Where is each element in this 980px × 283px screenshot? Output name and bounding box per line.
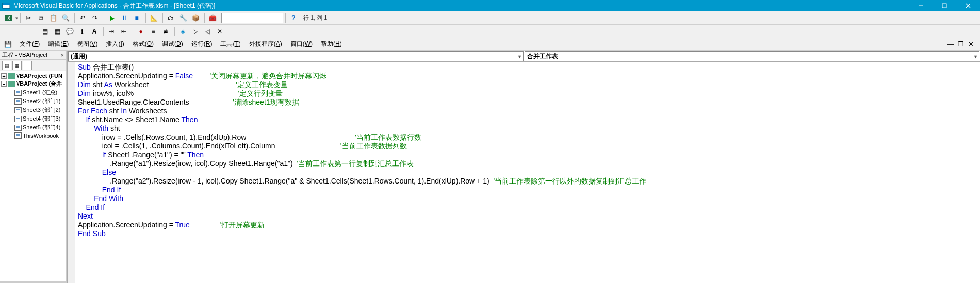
break-icon[interactable]: ⏸: [119, 12, 130, 24]
project-tree[interactable]: +VBAProject (FUN-VBAProject (合并Sheet1 (汇…: [0, 71, 66, 281]
expand-icon[interactable]: +: [1, 73, 7, 79]
object-dropdown[interactable]: (通用): [68, 51, 524, 61]
project-explorer-close-icon[interactable]: ×: [61, 52, 64, 58]
tree-node[interactable]: Sheet2 (部门1): [0, 97, 66, 106]
design-mode-icon[interactable]: 📐: [148, 12, 159, 24]
tree-node-label: Sheet1 (汇总): [23, 89, 57, 96]
menu-insert[interactable]: 插入(I): [102, 39, 128, 49]
complete-word-icon[interactable]: A: [89, 26, 100, 37]
sheet-icon: [14, 98, 22, 105]
paste-icon[interactable]: 📋: [47, 12, 59, 24]
toolbar-edit: ▤ ▦ 💬 ℹ A ⇥ ⇤ ● ≡ ≢ ◈ ▷ ◁ ✕: [0, 25, 980, 38]
minimize-button[interactable]: [909, 0, 933, 11]
menu-tools[interactable]: 工具(T): [216, 39, 244, 49]
tree-node[interactable]: Sheet5 (部门4): [0, 123, 66, 132]
vba-icon: [8, 81, 15, 87]
reset-icon[interactable]: ■: [131, 12, 142, 24]
expand-icon[interactable]: -: [1, 81, 7, 87]
copy-icon[interactable]: ⧉: [35, 12, 46, 24]
tree-node-label: Sheet5 (部门4): [23, 124, 60, 131]
view-object-icon[interactable]: ▦: [12, 61, 22, 70]
quick-info-icon[interactable]: 💬: [64, 26, 75, 37]
menu-view[interactable]: 视图(V): [73, 39, 102, 49]
mdi-restore-icon[interactable]: ❐: [958, 40, 964, 48]
menu-run[interactable]: 运行(R): [187, 39, 217, 49]
toolbar-standard: X ▾ ✂ ⧉ 📋 🔍 ↶ ↷ ▶ ⏸ ■ 📐 🗂 🔧 📦 🧰 ? 行 1, 列…: [0, 11, 980, 25]
window-title: Microsoft Visual Basic for Applications …: [13, 2, 909, 10]
run-icon[interactable]: ▶: [106, 12, 118, 24]
code-editor[interactable]: Sub 合并工作表() Application.ScreenUpdating =…: [68, 62, 980, 283]
menu-window[interactable]: 窗口(W): [286, 39, 317, 49]
menu-addins[interactable]: 外接程序(A): [245, 39, 286, 49]
menu-edit[interactable]: 编辑(E): [44, 39, 73, 49]
list-constants-icon[interactable]: ▦: [52, 26, 63, 37]
list-properties-icon[interactable]: ▤: [39, 26, 51, 37]
next-bookmark-icon[interactable]: ▷: [189, 26, 201, 37]
excel-icon[interactable]: X: [3, 12, 14, 24]
menu-debug[interactable]: 调试(D): [158, 39, 187, 49]
mdi-minimize-icon[interactable]: —: [947, 40, 954, 48]
tree-node[interactable]: +VBAProject (FUN: [0, 72, 66, 79]
tree-node-label: Sheet2 (部门1): [23, 97, 60, 105]
svg-text:X: X: [7, 15, 11, 21]
breakpoint-icon[interactable]: ●: [135, 26, 146, 37]
menu-help[interactable]: 帮助(H): [317, 39, 346, 49]
project-explorer-icon[interactable]: 🗂: [165, 12, 176, 24]
code-dropdowns: (通用) 合并工作表: [68, 51, 980, 62]
menu-format[interactable]: 格式(O): [128, 39, 158, 49]
sheet-icon: [14, 132, 22, 139]
tree-node-label: ThisWorkbook: [23, 132, 59, 139]
project-explorer: 工程 - VBAProject × ▤ ▦ +VBAProject (FUN-V…: [0, 51, 67, 283]
vba-app-icon: [2, 2, 10, 10]
svg-rect-1: [3, 3, 10, 5]
clear-bookmarks-icon[interactable]: ✕: [214, 26, 225, 37]
tree-node[interactable]: Sheet3 (部门2): [0, 106, 66, 114]
prev-bookmark-icon[interactable]: ◁: [202, 26, 213, 37]
tree-node[interactable]: ThisWorkbook: [0, 132, 66, 139]
help-icon[interactable]: ?: [288, 12, 299, 24]
sheet-icon: [14, 116, 22, 122]
sheet-icon: [14, 107, 22, 113]
toggle-folders-icon[interactable]: [23, 61, 32, 70]
bookmark-icon[interactable]: ◈: [177, 26, 188, 37]
tree-node[interactable]: Sheet4 (部门3): [0, 114, 66, 123]
cut-icon[interactable]: ✂: [23, 12, 34, 24]
object-browser-icon[interactable]: 📦: [190, 12, 201, 24]
tree-node-label: VBAProject (合并: [16, 80, 62, 88]
cursor-position: 行 1, 列 1: [303, 14, 327, 22]
tree-node[interactable]: -VBAProject (合并: [0, 79, 66, 88]
vba-icon: [8, 73, 15, 79]
sheet-icon: [14, 125, 22, 131]
mdi-close-icon[interactable]: ✕: [968, 40, 974, 48]
uncomment-block-icon[interactable]: ≢: [160, 26, 171, 37]
sheet-icon: [14, 90, 22, 96]
menubar: 💾 文件(F) 编辑(E) 视图(V) 插入(I) 格式(O) 调试(D) 运行…: [0, 38, 980, 51]
project-explorer-toolbar: ▤ ▦: [0, 60, 66, 71]
outdent-icon[interactable]: ⇤: [118, 26, 129, 37]
procedure-combo[interactable]: [221, 13, 283, 23]
titlebar: Microsoft Visual Basic for Applications …: [0, 0, 980, 11]
tree-node-label: Sheet3 (部门2): [23, 106, 60, 114]
view-code-icon[interactable]: ▤: [2, 61, 11, 70]
code-window: (通用) 合并工作表 Sub 合并工作表() Application.Scree…: [67, 51, 980, 283]
procedure-dropdown[interactable]: 合并工作表: [525, 51, 980, 61]
tree-node[interactable]: Sheet1 (汇总): [0, 88, 66, 97]
properties-icon[interactable]: 🔧: [177, 12, 189, 24]
tree-node-label: VBAProject (FUN: [16, 73, 62, 79]
tree-node-label: Sheet4 (部门3): [23, 115, 60, 123]
indent-icon[interactable]: ⇥: [106, 26, 117, 37]
project-explorer-title: 工程 - VBAProject ×: [0, 51, 66, 60]
toolbox-icon[interactable]: 🧰: [207, 12, 218, 24]
redo-icon[interactable]: ↷: [89, 12, 101, 24]
undo-icon[interactable]: ↶: [77, 12, 88, 24]
svg-rect-3: [942, 4, 946, 8]
comment-block-icon[interactable]: ≡: [148, 26, 159, 37]
workspace: 工程 - VBAProject × ▤ ▦ +VBAProject (FUN-V…: [0, 51, 980, 283]
save-icon[interactable]: 💾: [2, 39, 13, 50]
find-icon[interactable]: 🔍: [60, 12, 71, 24]
maximize-button[interactable]: [933, 0, 956, 11]
panel-splitter[interactable]: [0, 281, 66, 283]
close-button[interactable]: [956, 0, 980, 11]
menu-file[interactable]: 文件(F): [15, 39, 44, 49]
parameter-info-icon[interactable]: ℹ: [76, 26, 88, 37]
